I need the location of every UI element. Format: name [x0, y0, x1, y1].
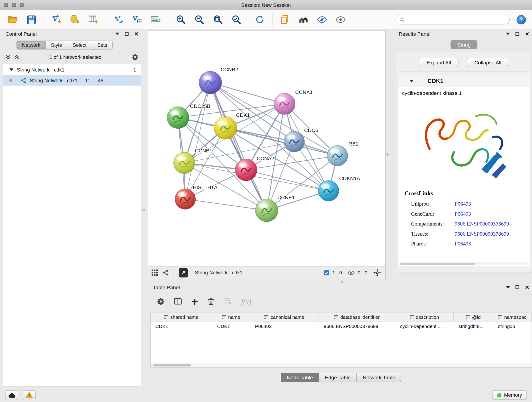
zoom-fit-button[interactable] [210, 12, 226, 27]
column-header[interactable]: name [212, 313, 250, 322]
tab-edge-table[interactable]: Edge Table [319, 373, 357, 382]
show-all-button[interactable] [333, 12, 348, 27]
network-node-hist1h1a[interactable]: HIST1H1A [175, 185, 218, 210]
help-button[interactable] [517, 15, 526, 24]
panel-float-icon[interactable] [125, 32, 129, 36]
column-header[interactable]: canonical name [250, 313, 319, 322]
panel-menu-icon[interactable] [115, 32, 119, 35]
zoom-in-button[interactable] [173, 12, 189, 27]
zoom-out-button[interactable] [191, 12, 207, 27]
table-horizontal-scrollbar[interactable] [151, 363, 532, 367]
entry-header[interactable]: CDK1 [398, 75, 530, 87]
crosshair-move-icon[interactable] [373, 269, 381, 277]
panel-menu-icon[interactable] [506, 32, 510, 35]
birdseye-view-icon[interactable] [152, 269, 158, 276]
expand-all-chevron-icon[interactable] [6, 55, 11, 60]
tab-network-table[interactable]: Network Table [357, 373, 401, 382]
table-cell[interactable]: stringdb [493, 322, 532, 331]
scrollbar-thumb[interactable] [400, 263, 476, 265]
network-overview-icon[interactable] [163, 269, 169, 276]
new-network-from-selection-button[interactable] [111, 12, 127, 27]
copy-document-button[interactable] [277, 12, 293, 27]
tab-style[interactable]: Style [46, 41, 68, 50]
scrollbar-thumb[interactable] [153, 364, 191, 366]
crosslink-value-link[interactable]: 9606.ENSP00000378699 [455, 231, 509, 237]
gear-icon[interactable] [132, 54, 139, 61]
crosslink-value-link[interactable]: 9606.ENSP00000378699 [455, 221, 509, 227]
splitter-handle[interactable] [386, 153, 389, 156]
column-header[interactable]: shared name [151, 313, 212, 322]
network-node-rb1[interactable]: RB1 [327, 141, 359, 166]
network-node-ccna1[interactable]: CCNA1 [274, 89, 313, 115]
network-node-cdk1[interactable]: CDK1 [214, 112, 250, 139]
network-node-cdkn1a[interactable]: CDKN1A [318, 176, 360, 201]
column-header[interactable]: database identifier [319, 313, 395, 322]
column-header[interactable]: description [395, 313, 454, 322]
table-cell[interactable]: stringdb:9... [454, 322, 493, 331]
table-cell[interactable]: CDK1 [212, 322, 250, 331]
import-network-database-button[interactable] [67, 12, 83, 27]
panel-float-icon[interactable] [516, 32, 520, 36]
panel-close-icon[interactable] [525, 284, 529, 290]
network-node-ccnb2[interactable]: CCNB2 [199, 67, 238, 94]
table-cell[interactable]: 9606.ENSP00000378699 [319, 322, 395, 331]
table-cell[interactable]: CDK1 [151, 322, 212, 331]
memory-button[interactable]: Memory [492, 390, 527, 400]
network-node-cdc25b[interactable]: CDC25B [167, 103, 210, 128]
cloud-button[interactable] [5, 390, 18, 400]
hide-selected-button[interactable] [314, 12, 330, 27]
crosslink-value-link[interactable]: P06493 [455, 201, 471, 207]
table-cell[interactable]: cyclin-dependent ... [395, 322, 454, 331]
network-node-ccnb1[interactable]: CCNB1 [174, 148, 212, 174]
tab-sets[interactable]: Sets [92, 41, 113, 50]
import-network-file-button[interactable] [49, 12, 64, 27]
export-image-button[interactable] [148, 12, 164, 27]
splitter-handle[interactable] [142, 209, 145, 211]
warning-button[interactable] [23, 390, 36, 400]
new-network-table-button[interactable] [129, 12, 145, 27]
selected-checkbox-icon[interactable] [324, 270, 329, 275]
import-table-button[interactable] [86, 12, 101, 27]
panel-close-icon[interactable] [134, 31, 139, 36]
collapse-entry-icon[interactable] [410, 80, 414, 82]
network-canvas[interactable]: CCNB2CCNA1CDC25BCDK1CDC6RB1CCNB1CCNA2CDK… [147, 31, 386, 267]
tab-select[interactable]: Select [68, 41, 92, 50]
save-session-button[interactable] [23, 12, 39, 27]
splitter-handle[interactable] [341, 281, 343, 283]
panel-close-icon[interactable] [525, 31, 529, 36]
window-minimize-button[interactable] [12, 3, 16, 7]
tab-node-table[interactable]: Node Table [281, 373, 319, 382]
tab-string[interactable]: String [451, 40, 477, 49]
home-view-button[interactable] [296, 12, 311, 27]
crosslink-value-link[interactable]: P06493 [455, 241, 471, 247]
search-box[interactable] [396, 15, 510, 25]
window-zoom-button[interactable] [20, 3, 24, 7]
search-input[interactable] [407, 17, 506, 22]
table-cell[interactable]: P06493 [250, 322, 319, 331]
gear-icon[interactable] [157, 298, 165, 305]
window-close-button[interactable] [4, 3, 8, 7]
zoom-selected-button[interactable] [229, 12, 244, 27]
column-header[interactable]: namespac [493, 313, 532, 322]
show-columns-icon[interactable] [174, 298, 182, 305]
expand-all-button[interactable]: Expand All [419, 58, 458, 67]
column-header[interactable]: @id [454, 313, 493, 322]
hidden-eye-slash-icon[interactable] [348, 270, 355, 275]
chevron-down-icon[interactable] [9, 68, 13, 71]
delete-column-icon[interactable] [208, 298, 215, 305]
collapse-all-button[interactable]: Collapse All [467, 58, 509, 67]
tab-network[interactable]: Network [17, 41, 46, 50]
refresh-button[interactable] [252, 12, 268, 27]
open-session-button[interactable] [5, 12, 21, 27]
crosslink-value-link[interactable]: P06493 [455, 211, 471, 217]
table-row[interactable]: CDK1CDK1P064939606.ENSP00000378699cyclin… [151, 322, 532, 331]
network-edge[interactable] [185, 83, 210, 199]
add-column-icon[interactable] [191, 298, 198, 305]
panel-menu-icon[interactable] [506, 286, 510, 288]
network-edge[interactable] [210, 83, 267, 211]
open-in-browser-button[interactable] [179, 268, 188, 277]
network-collection-row[interactable]: String Network - cdk1 1 [3, 64, 141, 75]
collapse-all-chevron-icon[interactable] [14, 55, 19, 60]
panel-float-icon[interactable] [516, 285, 520, 289]
entry-horizontal-scrollbar[interactable] [399, 262, 529, 265]
